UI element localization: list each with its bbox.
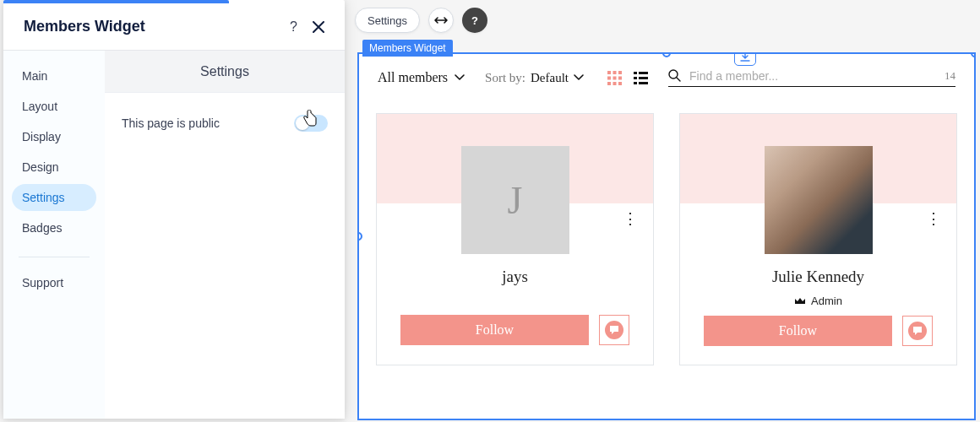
sort-value: Default xyxy=(531,71,569,85)
floating-controls: Settings ? xyxy=(355,8,487,33)
svg-rect-8 xyxy=(618,82,622,85)
widget-toolbar: All members Sort by: Default 14 xyxy=(359,54,974,101)
svg-rect-12 xyxy=(639,77,648,79)
search-icon xyxy=(668,69,681,82)
tab-design[interactable]: Design xyxy=(12,154,96,181)
search-wrap: 14 xyxy=(668,69,956,87)
card-more-icon[interactable]: ⋮ xyxy=(926,217,941,220)
sort-prefix: Sort by: xyxy=(485,71,525,85)
member-name: jays xyxy=(502,268,528,286)
svg-rect-3 xyxy=(607,76,611,79)
svg-rect-6 xyxy=(607,82,611,85)
search-input[interactable] xyxy=(689,69,933,83)
panel-tabs: Main Layout Display Design Settings Badg… xyxy=(3,51,105,419)
tabs-divider xyxy=(19,257,90,257)
svg-rect-11 xyxy=(634,77,637,79)
svg-rect-9 xyxy=(634,72,637,74)
chevron-down-icon xyxy=(574,74,584,81)
svg-rect-0 xyxy=(607,71,611,74)
member-card: J ⋮ jays Follow xyxy=(376,113,654,365)
panel-content-title: Settings xyxy=(105,51,345,93)
card-more-icon[interactable]: ⋮ xyxy=(623,217,638,220)
toggle-knob xyxy=(296,116,309,130)
member-role: Admin xyxy=(794,295,842,307)
card-banner: J xyxy=(377,114,653,203)
member-card: ⋮ Julie Kennedy Admin Follow xyxy=(679,113,957,365)
member-role-label: Admin xyxy=(811,295,842,307)
svg-rect-5 xyxy=(618,76,622,79)
floating-settings-button[interactable]: Settings xyxy=(355,8,420,33)
crown-icon xyxy=(794,297,806,306)
tab-main[interactable]: Main xyxy=(12,62,96,89)
panel-header: Members Widget ? xyxy=(3,3,345,51)
stretch-button[interactable] xyxy=(428,8,454,33)
chevron-down-icon xyxy=(455,74,465,81)
public-toggle[interactable] xyxy=(294,115,328,132)
list-view-icon[interactable] xyxy=(634,71,648,85)
canvas-frame[interactable]: All members Sort by: Default 14 xyxy=(357,52,976,420)
svg-rect-4 xyxy=(613,76,617,79)
card-banner xyxy=(680,114,956,203)
sort-dropdown[interactable]: Sort by: Default xyxy=(485,71,584,85)
canvas-label: Members Widget xyxy=(362,40,453,57)
tab-display[interactable]: Display xyxy=(12,123,96,150)
filter-dropdown[interactable]: All members xyxy=(378,70,465,85)
download-icon xyxy=(740,52,750,62)
svg-rect-13 xyxy=(634,82,637,84)
tab-settings[interactable]: Settings xyxy=(12,184,96,211)
tab-support[interactable]: Support xyxy=(12,269,96,296)
help-icon: ? xyxy=(471,14,478,27)
public-toggle-label: This page is public xyxy=(122,116,220,130)
panel-content: Settings This page is public xyxy=(105,51,345,419)
svg-point-15 xyxy=(669,70,678,78)
grid-view-icon[interactable] xyxy=(607,71,622,85)
follow-button[interactable]: Follow xyxy=(704,316,892,346)
tab-layout[interactable]: Layout xyxy=(12,93,96,120)
chat-button[interactable] xyxy=(902,316,933,346)
settings-panel: Members Widget ? Main Layout Display Des… xyxy=(3,0,345,419)
stretch-icon xyxy=(434,16,448,24)
public-toggle-row: This page is public xyxy=(122,115,328,132)
help-icon[interactable]: ? xyxy=(290,19,297,35)
svg-rect-2 xyxy=(618,71,622,74)
svg-rect-14 xyxy=(639,82,648,84)
filter-label: All members xyxy=(378,70,448,85)
chat-icon xyxy=(605,321,623,339)
svg-rect-7 xyxy=(613,82,617,85)
member-cards: J ⋮ jays Follow ⋮ xyxy=(359,101,974,365)
member-count: 14 xyxy=(945,69,956,83)
floating-help-button[interactable]: ? xyxy=(462,8,487,33)
download-handle[interactable] xyxy=(734,52,756,66)
chat-icon xyxy=(908,322,927,340)
svg-rect-10 xyxy=(639,72,648,74)
chat-button[interactable] xyxy=(599,315,629,345)
svg-rect-1 xyxy=(613,71,617,74)
close-icon[interactable] xyxy=(313,21,324,33)
follow-button[interactable]: Follow xyxy=(400,315,589,345)
member-name: Julie Kennedy xyxy=(772,268,864,286)
panel-title: Members Widget xyxy=(24,18,145,35)
tab-badges[interactable]: Badges xyxy=(12,214,96,241)
